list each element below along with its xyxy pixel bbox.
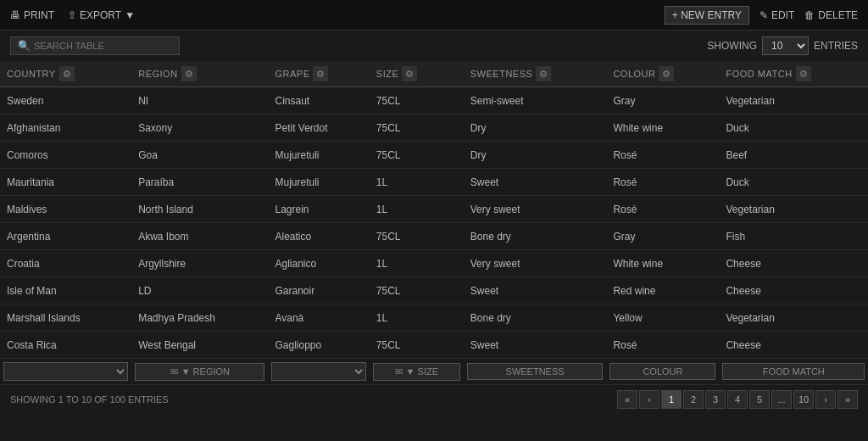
edit-button[interactable]: ✎ EDIT — [760, 9, 794, 21]
cell-size: 1L — [370, 169, 464, 196]
search-wrap: 🔍 — [10, 36, 180, 55]
cell-region: NI — [131, 87, 268, 114]
cell-region: LD — [131, 277, 268, 304]
cell-region: Akwa Ibom — [131, 223, 268, 250]
col-country: COUNTRY ⚙ — [0, 61, 131, 87]
cell-colour: Rosé — [606, 196, 719, 223]
filter-country[interactable] — [0, 359, 131, 385]
sweetness-filter-btn[interactable]: SWEETNESS — [467, 363, 604, 380]
region-filter-btn[interactable]: ✉ ▼ REGION — [135, 363, 264, 381]
table-wrap: COUNTRY ⚙ REGION ⚙ GRAPE ⚙ — [0, 61, 868, 384]
pg-1-btn[interactable]: 1 — [661, 390, 682, 409]
pg-4-btn[interactable]: 4 — [727, 390, 748, 409]
filter-colour[interactable]: COLOUR — [606, 359, 719, 385]
cell-food_match: Cheese — [719, 332, 868, 359]
cell-food_match: Cheese — [719, 277, 868, 304]
cell-size: 1L — [370, 304, 464, 332]
filter-grape[interactable] — [268, 359, 369, 385]
cell-region: Saxony — [131, 114, 268, 142]
cell-sweetness: Sweet — [464, 277, 607, 304]
pagination-row: SHOWING 1 TO 10 OF 100 ENTRIES « ‹ 1 2 3… — [0, 384, 868, 413]
size-filter-btn[interactable]: ✉ ▼ SIZE — [373, 363, 460, 381]
country-filter-select[interactable] — [3, 362, 128, 381]
col-colour: COLOUR ⚙ — [606, 61, 719, 87]
cell-food_match: Cheese — [719, 250, 868, 277]
filter-region[interactable]: ✉ ▼ REGION — [131, 359, 268, 385]
pg-first-btn[interactable]: « — [617, 390, 637, 409]
cell-colour: Rosé — [606, 142, 719, 169]
showing-label: SHOWING — [707, 40, 757, 52]
cell-food_match: Duck — [719, 169, 868, 196]
toolbar-right: + NEW ENTRY ✎ EDIT 🗑 DELETE — [665, 6, 858, 25]
pg-next-btn[interactable]: › — [815, 390, 836, 409]
gear-sweetness[interactable]: ⚙ — [536, 66, 551, 81]
cell-country: Sweden — [0, 87, 131, 114]
cell-food_match: Duck — [719, 114, 868, 142]
pg-last-btn[interactable]: » — [837, 390, 858, 409]
cell-grape: Avanà — [268, 304, 369, 332]
new-entry-label: + NEW ENTRY — [672, 9, 742, 21]
new-entry-button[interactable]: + NEW ENTRY — [665, 6, 749, 25]
cell-colour: Rosé — [606, 332, 719, 359]
cell-grape: Lagrein — [268, 196, 369, 223]
pagination-info: SHOWING 1 TO 10 OF 100 ENTRIES — [10, 394, 169, 405]
food-match-filter-btn[interactable]: FOOD MATCH — [722, 363, 865, 380]
pg-prev-btn[interactable]: ‹ — [639, 390, 659, 409]
cell-sweetness: Dry — [464, 114, 607, 142]
pg-2-btn[interactable]: 2 — [683, 390, 704, 409]
gear-country[interactable]: ⚙ — [59, 66, 75, 81]
cell-country: Croatia — [0, 250, 131, 277]
cell-sweetness: Dry — [464, 142, 607, 169]
table-row: MaldivesNorth IslandLagrein1LVery sweetR… — [0, 196, 868, 223]
table-row: Isle of ManLDGaranoir75CLSweetRed wineCh… — [0, 277, 868, 304]
table-row: SwedenNICinsaut75CLSemi-sweetGrayVegetar… — [0, 87, 868, 114]
cell-food_match: Beef — [719, 142, 868, 169]
filter-sweetness[interactable]: SWEETNESS — [464, 359, 607, 385]
pg-3-btn[interactable]: 3 — [705, 390, 726, 409]
export-button[interactable]: ⇧ EXPORT ▼ — [68, 9, 135, 21]
cell-grape: Mujuretuli — [268, 142, 369, 169]
cell-food_match: Fish — [719, 223, 868, 250]
toolbar-left: 🖶 PRINT ⇧ EXPORT ▼ — [10, 9, 135, 21]
search-row: 🔍 SHOWING 10 25 50 100 ENTRIES — [0, 31, 868, 61]
edit-label: EDIT — [771, 9, 794, 21]
colour-filter-btn[interactable]: COLOUR — [609, 363, 715, 380]
gear-grape[interactable]: ⚙ — [313, 66, 328, 81]
search-icon: 🔍 — [18, 40, 31, 52]
cell-region: Goa — [131, 142, 268, 169]
cell-grape: Cinsaut — [268, 87, 369, 114]
filter-size[interactable]: ✉ ▼ SIZE — [370, 359, 464, 385]
cell-colour: Gray — [606, 87, 719, 114]
cell-country: Isle of Man — [0, 277, 131, 304]
cell-size: 1L — [370, 250, 464, 277]
gear-food-match[interactable]: ⚙ — [796, 66, 811, 81]
cell-region: West Bengal — [131, 332, 268, 359]
toolbar: 🖶 PRINT ⇧ EXPORT ▼ + NEW ENTRY ✎ EDIT 🗑 … — [0, 0, 868, 31]
pg-10-btn[interactable]: 10 — [793, 390, 814, 409]
table-header-row: COUNTRY ⚙ REGION ⚙ GRAPE ⚙ — [0, 61, 868, 87]
cell-sweetness: Bone dry — [464, 223, 607, 250]
cell-country: Marshall Islands — [0, 304, 131, 332]
cell-size: 75CL — [370, 332, 464, 359]
gear-colour[interactable]: ⚙ — [659, 66, 674, 81]
gear-region[interactable]: ⚙ — [181, 66, 197, 81]
delete-button[interactable]: 🗑 DELETE — [804, 9, 858, 21]
filter-food-match[interactable]: FOOD MATCH — [719, 359, 868, 385]
grape-filter-select[interactable] — [271, 362, 365, 381]
cell-country: Argentina — [0, 223, 131, 250]
col-grape: GRAPE ⚙ — [268, 61, 369, 87]
cell-food_match: Vegetarian — [719, 304, 868, 332]
gear-size[interactable]: ⚙ — [402, 66, 417, 81]
print-button[interactable]: 🖶 PRINT — [10, 9, 54, 21]
cell-grape: Mujuretuli — [268, 169, 369, 196]
search-input[interactable] — [34, 41, 170, 51]
cell-country: Maldives — [0, 196, 131, 223]
showing-select[interactable]: 10 25 50 100 — [762, 36, 809, 55]
export-chevron-icon: ▼ — [125, 9, 135, 21]
cell-colour: Gray — [606, 223, 719, 250]
table-row: ArgentinaAkwa IbomAleatico75CLBone dryGr… — [0, 223, 868, 250]
showing-wrap: SHOWING 10 25 50 100 ENTRIES — [707, 36, 858, 55]
table-row: Costa RicaWest BengalGaglioppo75CLSweetR… — [0, 332, 868, 359]
delete-label: DELETE — [818, 9, 858, 21]
pg-5-btn[interactable]: 5 — [749, 390, 770, 409]
